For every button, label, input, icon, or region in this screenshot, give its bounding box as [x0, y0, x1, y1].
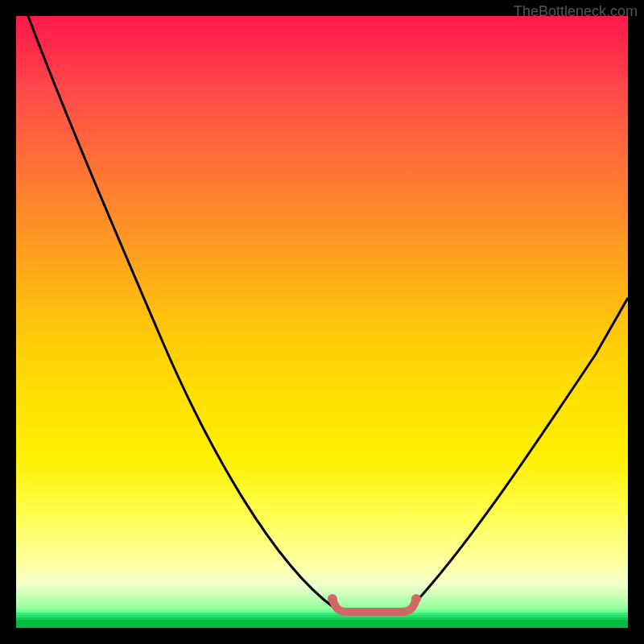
- optimal-marker-dot-left: [328, 594, 337, 604]
- chart-plot-area: [16, 16, 628, 628]
- watermark-text: TheBottleneck.com: [514, 3, 638, 20]
- chart-curve-svg: [16, 16, 628, 628]
- optimal-zone-marker: [332, 599, 416, 612]
- bottleneck-curve-path: [28, 16, 628, 612]
- optimal-marker-dot-right: [411, 594, 421, 604]
